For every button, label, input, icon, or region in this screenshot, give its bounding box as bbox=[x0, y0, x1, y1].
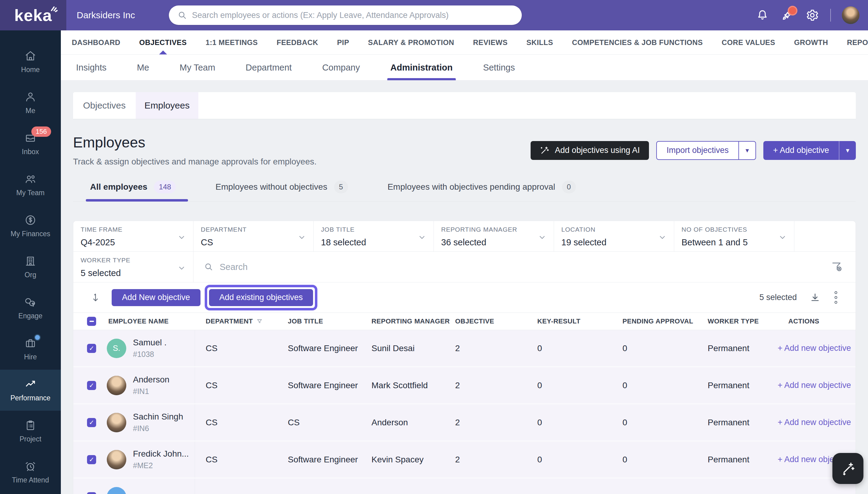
page-title: Employees bbox=[73, 134, 317, 151]
main-nav-item[interactable]: SKILLS bbox=[527, 31, 553, 54]
main-nav-item[interactable]: REVIEWS bbox=[473, 31, 507, 54]
row-checkbox[interactable] bbox=[87, 492, 96, 494]
add-new-objective-link[interactable]: + Add new objective bbox=[778, 343, 864, 353]
main-nav-label: SALARY & PROMOTION bbox=[368, 38, 454, 47]
select-all-checkbox[interactable] bbox=[87, 317, 96, 326]
main-nav-item[interactable]: PIP bbox=[337, 31, 349, 54]
notifications-bell-icon[interactable] bbox=[755, 8, 770, 22]
sub-nav-item[interactable]: Department bbox=[242, 55, 295, 80]
column-header[interactable]: ACTIONS bbox=[778, 317, 855, 325]
import-dropdown-caret[interactable]: ▾ bbox=[738, 142, 755, 159]
column-header[interactable]: REPORTING MANAGER bbox=[361, 317, 444, 325]
table-row[interactable]: S. Samuel . #1038 CS Software Engineer S… bbox=[73, 330, 855, 367]
sidebar-item[interactable]: My Team bbox=[0, 165, 61, 206]
filter-dropdown[interactable]: LOCATION 19 selected bbox=[554, 221, 674, 251]
employee-name[interactable]: Samuel . bbox=[133, 338, 167, 347]
row-checkbox[interactable] bbox=[87, 418, 96, 427]
column-header[interactable]: KEY-RESULT bbox=[527, 317, 612, 325]
sub-nav-item[interactable]: Insights bbox=[73, 55, 110, 80]
main-nav-item[interactable]: SALARY & PROMOTION bbox=[368, 31, 454, 54]
keka-logo[interactable]: keka bbox=[0, 0, 66, 31]
filter-dropdown-worker-type[interactable]: WORKER TYPE 5 selected bbox=[73, 252, 193, 282]
main-nav-item[interactable]: GROWTH bbox=[794, 31, 828, 54]
table-row[interactable]: Fredick John... #ME2 CS Software Enginee… bbox=[73, 441, 855, 478]
row-checkbox[interactable] bbox=[87, 455, 96, 464]
global-search-input[interactable] bbox=[192, 11, 513, 20]
main-nav-item[interactable]: 1:1 MEETINGS bbox=[206, 31, 258, 54]
bulk-actions-right: 5 selected bbox=[759, 290, 838, 305]
column-header[interactable]: WORKER TYPE bbox=[697, 317, 778, 325]
column-header[interactable]: OBJECTIVE bbox=[444, 317, 527, 325]
user-avatar[interactable] bbox=[842, 6, 860, 24]
main-nav-item[interactable]: DASHBOARD bbox=[72, 31, 121, 54]
employee-name[interactable]: Sachin Singh bbox=[133, 412, 183, 422]
main-nav-item[interactable]: CORE VALUES bbox=[722, 31, 775, 54]
filter-dropdown[interactable]: TIME FRAME Q4-2025 bbox=[73, 221, 193, 251]
download-icon[interactable] bbox=[810, 292, 820, 303]
employee-avatar bbox=[107, 413, 126, 432]
view-tab[interactable]: Employees bbox=[136, 92, 198, 119]
ai-assistant-fab[interactable] bbox=[832, 453, 864, 484]
list-tab[interactable]: Employees without objectives 5 bbox=[216, 180, 348, 201]
table-search-input[interactable] bbox=[220, 262, 819, 272]
main-nav-item[interactable]: COMPETENCIES & JOB FUNCTIONS bbox=[572, 31, 703, 54]
add-objective-button[interactable]: + Add objective ▾ bbox=[763, 141, 856, 160]
filter-funnel-icon[interactable] bbox=[257, 318, 262, 324]
sidebar-item[interactable]: Me bbox=[0, 82, 61, 124]
view-tab[interactable]: Objectives bbox=[73, 92, 136, 119]
sub-nav-item[interactable]: Me bbox=[134, 55, 152, 80]
sidebar-item[interactable]: Org bbox=[0, 247, 61, 288]
import-objectives-button[interactable]: Import objectives ▾ bbox=[656, 141, 756, 160]
sub-nav-item[interactable]: Administration bbox=[387, 55, 456, 80]
employee-name-cell bbox=[104, 478, 195, 494]
main-nav-item[interactable]: FEEDBACK bbox=[277, 31, 318, 54]
row-checkbox[interactable] bbox=[87, 381, 96, 390]
worker-type-cell: Permanent bbox=[697, 343, 778, 353]
table-row[interactable] bbox=[73, 478, 855, 494]
table-row[interactable]: Sachin Singh #IN6 CS CS Anderson 2 0 0 P… bbox=[73, 404, 855, 441]
main-nav-label: OBJECTIVES bbox=[139, 38, 187, 47]
filter-dropdown[interactable]: REPORTING MANAGER 36 selected bbox=[434, 221, 554, 251]
settings-gear-icon[interactable] bbox=[805, 8, 819, 22]
list-tab[interactable]: Employees with objectives pending approv… bbox=[388, 180, 576, 201]
sub-nav-item[interactable]: Company bbox=[319, 55, 363, 80]
add-new-objective-button[interactable]: Add New objective bbox=[112, 289, 201, 306]
objective-count-cell: 2 bbox=[444, 381, 527, 390]
global-search[interactable] bbox=[169, 5, 522, 25]
column-header[interactable]: DEPARTMENT bbox=[195, 317, 277, 325]
sidebar-item[interactable]: Time Attend bbox=[0, 452, 61, 493]
column-header[interactable]: EMPLOYEE NAME bbox=[104, 317, 195, 325]
whats-new-rocket-icon[interactable] bbox=[780, 8, 794, 22]
clear-filters-icon[interactable] bbox=[819, 252, 855, 282]
add-new-objective-link[interactable]: + Add new objective bbox=[778, 418, 864, 427]
main-nav-item[interactable]: REPORTS bbox=[847, 31, 868, 54]
table-row[interactable]: Anderson #IN1 CS Software Engineer Mark … bbox=[73, 367, 855, 404]
add-existing-objectives-button[interactable]: Add existing objectives bbox=[209, 289, 313, 306]
sub-nav-item[interactable]: Settings bbox=[480, 55, 518, 80]
sub-nav-item[interactable]: My Team bbox=[177, 55, 218, 80]
list-tab-count-badge: 5 bbox=[334, 180, 348, 193]
main-nav-item[interactable]: OBJECTIVES bbox=[139, 31, 187, 54]
add-objectives-ai-button[interactable]: Add objectives using AI bbox=[531, 141, 649, 160]
sidebar-item[interactable]: Performance bbox=[0, 370, 61, 411]
row-checkbox[interactable] bbox=[87, 344, 96, 353]
column-header[interactable]: JOB TITLE bbox=[277, 317, 361, 325]
column-header[interactable]: PENDING APPROVAL bbox=[612, 317, 697, 325]
sidebar-item[interactable]: Engage bbox=[0, 288, 61, 329]
employee-name[interactable]: Fredick John... bbox=[133, 449, 189, 459]
table-search[interactable] bbox=[193, 252, 819, 282]
filter-dropdown[interactable]: DEPARTMENT CS bbox=[193, 221, 314, 251]
sidebar-item[interactable]: Hire bbox=[0, 329, 61, 370]
add-objective-dropdown-caret[interactable]: ▾ bbox=[839, 141, 856, 160]
sidebar-item[interactable]: 156 Inbox bbox=[0, 124, 61, 165]
employee-name[interactable]: Anderson bbox=[133, 375, 169, 384]
sidebar-item[interactable]: My Finances bbox=[0, 206, 61, 247]
filter-dropdown[interactable]: JOB TITLE 18 selected bbox=[314, 221, 434, 251]
sidebar-item[interactable]: Project bbox=[0, 411, 61, 452]
filter-dropdown[interactable]: NO OF OBJECTIVES Between 1 and 5 bbox=[674, 221, 794, 251]
sidebar-item[interactable]: Home bbox=[0, 41, 61, 82]
more-options-kebab-icon[interactable] bbox=[833, 290, 838, 305]
list-tab[interactable]: All employees 148 bbox=[90, 180, 176, 201]
add-new-objective-link[interactable]: + Add new objective bbox=[778, 381, 864, 390]
scroll-down-arrow-icon[interactable] bbox=[90, 292, 101, 303]
